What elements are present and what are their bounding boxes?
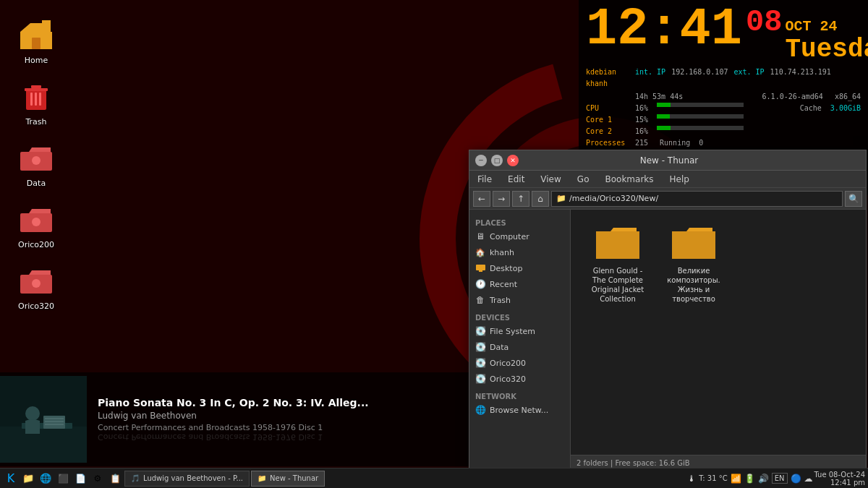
- sidebar-item-khanh[interactable]: 🏠 khanh: [469, 244, 570, 260]
- file-item-folder1[interactable]: Glenn Gould - The Complete Original Jack…: [582, 221, 654, 307]
- thunar-menubar: File Edit View Go Bookmarks Help: [469, 171, 866, 188]
- svg-point-20: [25, 406, 40, 421]
- sidebar-item-orico200[interactable]: 💽 Orico200: [469, 355, 570, 371]
- home-folder-icon: [19, 18, 54, 53]
- desktop-icon-data[interactable]: Data: [7, 137, 65, 192]
- sysinfo-running-val: 0: [699, 137, 703, 149]
- thunar-back-button[interactable]: ←: [473, 191, 490, 207]
- thunar-menu-help[interactable]: Help: [665, 173, 694, 186]
- music-album-reflect: Concert Performances and Broadcasts 1958…: [98, 432, 459, 442]
- thunar-menu-edit[interactable]: Edit: [503, 173, 529, 186]
- systray-temp-icon: 🌡: [687, 474, 696, 484]
- svg-rect-4: [32, 38, 41, 49]
- taskbar-task-thunar-label: New - Thunar: [270, 474, 318, 482]
- music-artist: Ludwig van Beethoven: [98, 411, 459, 421]
- thunar-window: ─ □ ✕ New - Thunar File Edit View Go Boo…: [469, 150, 867, 471]
- data-icon-label: Data: [27, 179, 46, 188]
- sysinfo-host-label: kdebiankhanh: [586, 67, 629, 90]
- thunar-home-button[interactable]: ⌂: [532, 191, 549, 207]
- taskbar-terminal-icon[interactable]: ⬛: [55, 471, 71, 487]
- window-maximize-button[interactable]: □: [491, 155, 503, 166]
- taskbar-file-manager-icon[interactable]: 📁: [20, 471, 36, 487]
- svg-rect-7: [31, 85, 41, 88]
- sysinfo-core2-val: 16%: [635, 126, 648, 137]
- desktop-icon-orico320[interactable]: Orico320: [7, 260, 65, 314]
- sidebar-item-filesystem[interactable]: 💽 File System: [469, 323, 570, 339]
- network-section-label: Network: [469, 387, 570, 402]
- taskbar-task-thunar[interactable]: 📁 New - Thunar: [251, 471, 325, 487]
- sidebar-item-desktop-label: Desktop: [490, 264, 522, 273]
- taskbar-kde-button[interactable]: K: [3, 471, 19, 487]
- orico200-icon-label: Orico200: [18, 240, 54, 249]
- taskbar-time: 12:41 pm: [814, 479, 866, 487]
- systray-volume-icon: 🔊: [758, 474, 769, 484]
- sysinfo-kernel: 6.1.0-26-amd64: [762, 91, 823, 103]
- sidebar-item-desktop[interactable]: Desktop: [469, 260, 570, 276]
- thunar-menu-bookmarks[interactable]: Bookmarks: [600, 173, 658, 186]
- file-item-folder2[interactable]: Великие композиторы. Жизнь и творчество: [658, 221, 730, 307]
- thunar-menu-file[interactable]: File: [473, 173, 496, 186]
- taskbar: K 📁 🌐 ⬛ 📄 ⚙ 📋 🎵 Ludwig van Beethoven - P…: [0, 468, 868, 488]
- taskbar-text-editor-icon[interactable]: 📄: [72, 471, 88, 487]
- sidebar-item-data[interactable]: 💽 Data: [469, 339, 570, 355]
- thunar-address-bar[interactable]: 📁 /media/Orico320/New/: [551, 191, 843, 207]
- folder2-label: Великие композиторы. Жизнь и творчество: [661, 266, 726, 304]
- taskbar-clock[interactable]: Tue 08-Oct-24 12:41 pm: [814, 471, 866, 487]
- orico320-folder-icon: [19, 264, 54, 299]
- svg-rect-18: [0, 427, 87, 463]
- desktop-icon-home[interactable]: Home: [7, 14, 65, 69]
- taskbar-browser-icon[interactable]: 🌐: [38, 471, 54, 487]
- sidebar-item-trash[interactable]: 🗑 Trash: [469, 292, 570, 308]
- svg-rect-8: [30, 93, 33, 106]
- address-folder-icon: 📁: [556, 194, 566, 203]
- svg-point-16: [32, 279, 41, 288]
- sysinfo-arch: x86_64: [835, 91, 861, 103]
- clock-month-year: OCT 24: [785, 18, 868, 35]
- folder1-icon: [595, 224, 641, 263]
- sidebar-item-orico320[interactable]: 💽 Orico320: [469, 371, 570, 387]
- sysinfo-cache-label: Cache: [800, 103, 822, 114]
- sidebar-item-computer-label: Computer: [490, 232, 529, 241]
- taskbar-task-thunar-icon: 📁: [258, 474, 266, 482]
- sysinfo-cpu-val: 16%: [635, 103, 648, 114]
- clock-time-display: 12:41: [586, 4, 742, 56]
- thunar-forward-button[interactable]: →: [493, 191, 510, 207]
- desktop-icon-trash[interactable]: Trash: [7, 76, 65, 130]
- thunar-menu-view[interactable]: View: [536, 173, 565, 186]
- thunar-search-button[interactable]: 🔍: [845, 191, 862, 207]
- computer-icon: 🖥: [475, 231, 485, 241]
- sidebar-item-recent[interactable]: 🕐 Recent: [469, 276, 570, 292]
- thunar-up-button[interactable]: ↑: [512, 191, 529, 207]
- taskbar-task-music[interactable]: 🎵 Ludwig van Beethoven - P...: [124, 471, 250, 487]
- sysinfo-uptime-label: [586, 91, 629, 103]
- window-minimize-button[interactable]: ─: [475, 155, 487, 166]
- taskbar-date: Tue 08-Oct-24: [814, 471, 866, 479]
- sidebar-item-browse-network[interactable]: 🌐 Browse Netw...: [469, 402, 570, 418]
- taskbar-extra2-icon[interactable]: 📋: [107, 471, 123, 487]
- taskbar-extra-icon[interactable]: ⚙: [90, 471, 106, 487]
- systray-power-icon: 🔋: [744, 474, 755, 484]
- sidebar-item-computer[interactable]: 🖥 Computer: [469, 228, 570, 244]
- sysinfo-extip-label: ext. IP: [733, 67, 764, 90]
- desktop-icon-orico200[interactable]: Orico200: [7, 199, 65, 253]
- window-close-button[interactable]: ✕: [507, 155, 519, 166]
- sysinfo-core2-bar: [657, 126, 744, 130]
- data-folder-icon: [19, 141, 54, 176]
- desktop-icon-area: Home Trash: [0, 0, 72, 329]
- sysinfo-core1-label: Core 1: [586, 114, 629, 126]
- filesystem-icon: 💽: [475, 326, 485, 336]
- thunar-menu-go[interactable]: Go: [573, 173, 594, 186]
- sysinfo-uptime-val: 14h 53m 44s: [635, 91, 683, 103]
- sidebar-item-browse-network-label: Browse Netw...: [490, 406, 548, 415]
- taskbar-task-music-label: Ludwig van Beethoven - P...: [143, 474, 243, 482]
- sysinfo-intip-val: 192.168.0.107: [671, 67, 728, 90]
- systray-keyboard-icon[interactable]: EN: [772, 473, 788, 484]
- sysinfo-proc-val: 215: [635, 137, 648, 149]
- sysinfo-cpu-label: CPU: [586, 103, 629, 114]
- folder1-label: Glenn Gould - The Complete Original Jack…: [585, 266, 650, 304]
- sysinfo-core1-val: 15%: [635, 114, 648, 126]
- music-album: Concert Performances and Broadcasts 1958…: [98, 423, 459, 432]
- thunar-sidebar: Places 🖥 Computer 🏠 khanh Desktop 🕐: [469, 210, 571, 471]
- sidebar-item-khanh-label: khanh: [490, 248, 514, 257]
- systray-temp: T: 31 °C: [699, 474, 727, 482]
